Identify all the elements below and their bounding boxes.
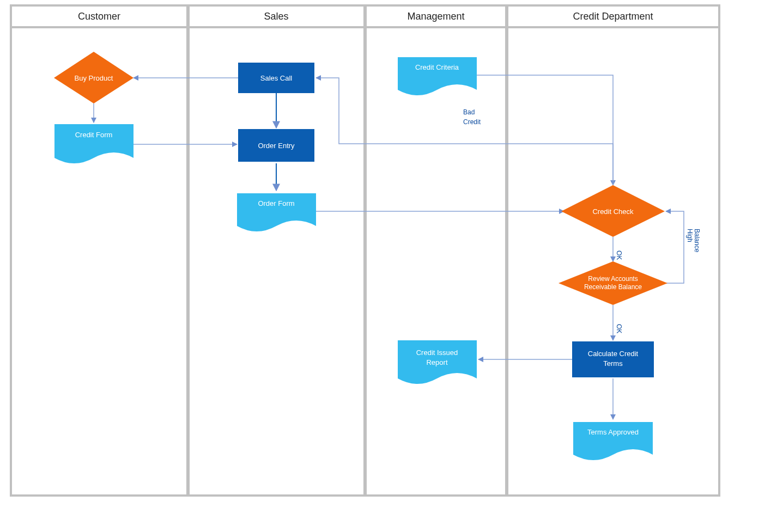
node-credit-form: Credit Form <box>54 124 133 163</box>
label-credit-form: Credit Form <box>75 131 113 139</box>
lane-header-customer: Customer <box>78 11 120 22</box>
edge-label-high-1: High <box>686 229 694 242</box>
label-calc-terms-2: Terms <box>603 359 623 368</box>
node-review-ar: Review Accounts Receivable Balance <box>559 261 667 305</box>
label-credit-issued-1: Credit Issued <box>416 348 458 357</box>
node-sales-call: Sales Call <box>238 63 314 93</box>
node-order-entry: Order Entry <box>238 129 314 162</box>
edge-label-ok1: OK <box>615 250 623 260</box>
edge-label-high-2: Balance <box>693 229 701 253</box>
edge-label-bad-credit-2: Credit <box>463 118 481 126</box>
node-credit-criteria: Credit Criteria <box>398 57 477 95</box>
node-credit-issued: Credit Issued Report <box>398 340 477 384</box>
edge-label-bad-credit-1: Bad <box>463 108 475 116</box>
lane-header-sales: Sales <box>264 11 288 22</box>
label-credit-criteria: Credit Criteria <box>415 63 459 71</box>
lane-header-management: Management <box>407 11 464 22</box>
label-calc-terms-1: Calculate Credit <box>588 350 639 358</box>
label-sales-call: Sales Call <box>260 74 293 82</box>
lane-header-credit: Credit Department <box>573 11 653 22</box>
swimlane-flowchart: Customer Sales Management Credit Departm… <box>0 0 783 532</box>
label-order-entry: Order Entry <box>258 142 295 150</box>
node-terms-approved: Terms Approved <box>573 422 653 460</box>
label-order-form: Order Form <box>258 199 294 207</box>
node-buy-product: Buy Product <box>54 52 133 103</box>
label-buy-product: Buy Product <box>75 74 113 82</box>
node-credit-check: Credit Check <box>561 185 665 237</box>
label-terms-approved: Terms Approved <box>587 428 639 436</box>
node-order-form: Order Form <box>237 193 316 231</box>
label-review-ar-1: Review Accounts <box>588 275 638 283</box>
label-credit-issued-2: Report <box>426 358 447 366</box>
node-calc-terms: Calculate Credit Terms <box>572 341 654 377</box>
label-credit-check: Credit Check <box>592 207 634 216</box>
edge-label-ok2: OK <box>615 324 623 333</box>
label-review-ar-2: Receivable Balance <box>584 283 642 291</box>
